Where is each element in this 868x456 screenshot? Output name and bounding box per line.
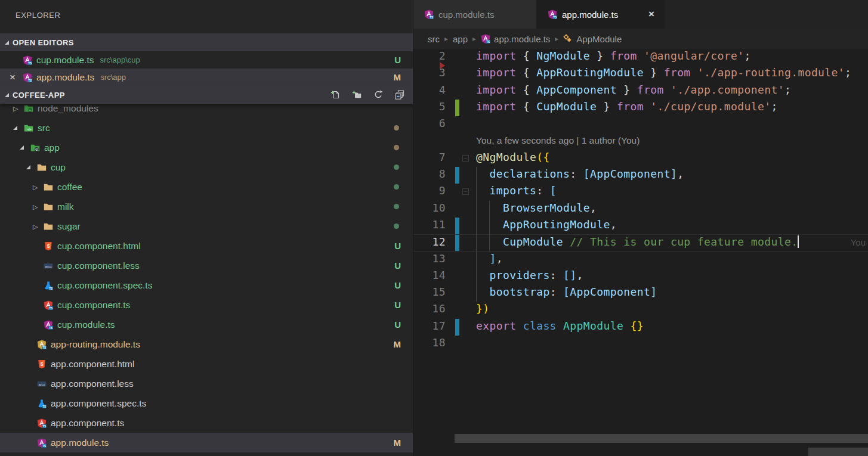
tree-item-app.component.ts[interactable]: TSapp.component.ts (0, 413, 413, 433)
file-name: cup.module.ts (36, 55, 94, 66)
breadcrumb-item-app.module.ts[interactable]: TSapp.module.ts (481, 34, 550, 44)
folder-node-icon: ts (24, 104, 33, 113)
tree-item-cup.component.spec.ts[interactable]: TScup.component.spec.tsU (0, 275, 413, 295)
ng-module-icon: TS (23, 73, 32, 82)
tree-item-label: cup.component.ts (57, 300, 130, 311)
tree-item-label: cup.component.html (57, 241, 141, 252)
project-section-header[interactable]: COFFEE-APP (0, 86, 413, 104)
tree-item-cup.component.less[interactable]: {less}cup.component.lessU (0, 256, 413, 275)
tab-cup.module.ts[interactable]: TScup.module.ts (413, 0, 537, 29)
ng-module-icon: TS (481, 34, 490, 44)
collapse-folders-icon[interactable] (395, 90, 404, 100)
git-gutter-deleted-icon (440, 62, 445, 69)
ng-module-icon: TS (44, 320, 53, 330)
code-line-12[interactable]: 12 CupModule // This is our cup feature … (413, 234, 868, 251)
svg-text:{less}: {less} (45, 265, 52, 268)
breadcrumb-separator-icon: ▸ (555, 35, 558, 43)
code-line-14[interactable]: 14 providers: [], (413, 268, 868, 285)
code-line-6[interactable]: 6 (413, 116, 868, 133)
new-folder-icon[interactable] (352, 90, 362, 100)
tree-item-coffee[interactable]: ▷coffee (0, 177, 413, 197)
project-name-label: COFFEE-APP (13, 91, 65, 100)
tree-item-label: cup.module.ts (57, 319, 115, 330)
tree-item-app.component.spec.ts[interactable]: TSapp.component.spec.ts (0, 393, 413, 413)
explorer-title: EXPLORER (0, 0, 413, 33)
code-line-16[interactable]: 16}) (413, 302, 868, 318)
code-line-5[interactable]: 5import { CupModule } from './cup/cup.mo… (413, 100, 868, 116)
line-number: 8 (413, 167, 446, 180)
close-icon[interactable]: × (648, 8, 654, 20)
tree-item-label: milk (57, 201, 74, 212)
code-line-4[interactable]: 4import { AppComponent } from './app.com… (413, 83, 868, 100)
tree-item-app.module.ts[interactable]: TSapp.module.tsM (0, 433, 413, 452)
tree-item-label: cup.component.spec.ts (57, 280, 152, 291)
code-line-15[interactable]: 15 bootstrap: [AppComponent] (413, 285, 868, 302)
code-line-3[interactable]: 3import { AppRoutingModule } from './app… (413, 66, 868, 82)
tree-item-cup.component.html[interactable]: 5cup.component.htmlU (0, 236, 413, 256)
notification-toast-peek[interactable] (808, 448, 868, 456)
fold-icon[interactable] (462, 155, 469, 162)
fold-icon[interactable] (462, 188, 469, 195)
code-line-9[interactable]: 9 imports: [ (413, 184, 868, 200)
code-line-18[interactable]: 18 (413, 336, 868, 352)
tree-item-label: node_modules (38, 104, 98, 114)
ng-module-icon: TS (23, 55, 32, 65)
tree-item-app.component.less[interactable]: {less}app.component.less (0, 374, 413, 393)
svg-text:TS: TS (42, 424, 46, 427)
git-status-badge: M (394, 72, 413, 82)
breadcrumb-item-AppModule[interactable]: AppModule (563, 34, 622, 44)
chevron-expanded-icon (26, 165, 30, 169)
git-status-badge: U (394, 241, 413, 251)
tree-item-app[interactable]: ⚙app (0, 138, 413, 157)
new-file-icon[interactable] (330, 90, 340, 100)
horizontal-scrollbar[interactable] (455, 434, 868, 443)
explorer-sidebar: EXPLORER OPEN EDITORS TScup.module.tssrc… (0, 0, 413, 456)
git-status-badge: U (394, 260, 413, 271)
ng-routing-icon: TS (37, 340, 47, 349)
open-editors-header[interactable]: OPEN EDITORS (0, 33, 413, 51)
tree-item-src[interactable]: </>src (0, 118, 413, 138)
open-editor-item-app.module.ts[interactable]: ×TSapp.module.tssrc\appM (0, 69, 413, 86)
line-number: 12 (413, 235, 446, 248)
chevron-collapsed-icon: ▷ (13, 106, 19, 111)
git-status-dot (394, 224, 399, 229)
svg-text:</>: </> (27, 127, 31, 131)
tree-item-cup[interactable]: cup (0, 157, 413, 177)
code-line-17[interactable]: 17export class AppModule {} (413, 319, 868, 336)
tree-item-node_modules[interactable]: ▷tsnode_modules (0, 104, 413, 118)
tree-item-cup.module.ts[interactable]: TScup.module.tsU (0, 315, 413, 334)
ng-module-icon: TS (548, 10, 557, 19)
refresh-icon[interactable] (373, 90, 383, 100)
tab-app.module.ts[interactable]: TSapp.module.ts× (537, 0, 665, 29)
breadcrumb-separator-icon: ▸ (444, 35, 448, 43)
code-editor[interactable]: 2import { NgModule } from '@angular/core… (413, 49, 868, 434)
code-line-2[interactable]: 2import { NgModule } from '@angular/core… (413, 49, 868, 66)
tree-item-app-routing.module.ts[interactable]: TSapp-routing.module.tsM (0, 334, 413, 354)
tree-item-milk[interactable]: ▷milk (0, 197, 413, 216)
line-number: 16 (413, 302, 446, 315)
less-icon: {less} (44, 261, 53, 271)
code-line-10[interactable]: 10 BrowserModule, (413, 201, 868, 218)
code-line-7[interactable]: 7@NgModule({ (413, 150, 868, 167)
line-number: 6 (413, 117, 446, 129)
svg-text:{less}: {less} (39, 383, 45, 386)
line-number: 4 (413, 83, 446, 96)
open-editor-item-cup.module.ts[interactable]: TScup.module.tssrc\app\cupU (0, 51, 413, 69)
folder-icon (44, 202, 53, 212)
git-gutter-modified-bar (455, 218, 459, 234)
git-status-dot (394, 125, 399, 131)
code-line-8[interactable]: 8 declarations: [AppComponent], (413, 167, 868, 184)
tree-item-cup.component.ts[interactable]: TScup.component.tsU (0, 295, 413, 315)
tree-item-sugar[interactable]: ▷sugar (0, 216, 413, 236)
git-status-badge: M (394, 438, 413, 448)
close-icon[interactable]: × (10, 73, 23, 82)
breadcrumb-item-app[interactable]: app (453, 34, 468, 44)
code-line-13[interactable]: 13 ], (413, 252, 868, 268)
tree-item-app.component.html[interactable]: 5app.component.html (0, 354, 413, 374)
breadcrumb-item-src[interactable]: src (428, 34, 440, 44)
code-line-11[interactable]: 11 AppRoutingModule, (413, 218, 868, 234)
gitlens-blame-codelens[interactable]: You, a few seconds ago | 1 author (You) (476, 135, 640, 146)
line-number: 14 (413, 269, 446, 281)
tree-item-label: app.component.spec.ts (51, 398, 146, 409)
vscode-window: EXPLORER OPEN EDITORS TScup.module.tssrc… (0, 0, 868, 456)
